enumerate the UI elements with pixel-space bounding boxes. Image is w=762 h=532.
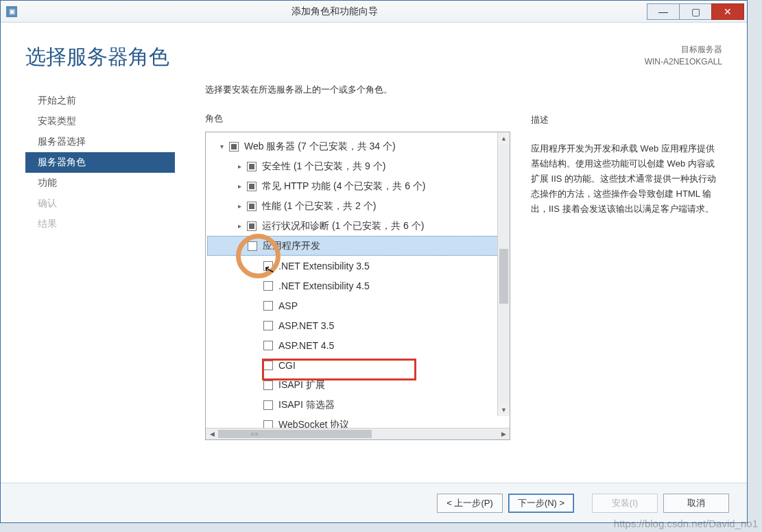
checkbox[interactable] — [263, 281, 273, 291]
tree-label: .NET Extensibility 3.5 — [278, 261, 370, 271]
vertical-scrollbar[interactable]: ▲ ▼ — [497, 132, 510, 416]
maximize-button[interactable]: ▢ — [679, 3, 712, 20]
cancel-button[interactable]: 取消 — [663, 494, 729, 513]
tree-label: ISAPI 筛选器 — [278, 399, 335, 411]
roles-tree: ▾Web 服务器 (7 个已安装，共 34 个)▸安全性 (1 个已安装，共 9… — [206, 132, 510, 428]
expander-spacer — [251, 321, 261, 330]
main: 选择要安装在所选服务器上的一个或多个角色。 角色 ▾Web 服务器 (7 个已安… — [175, 84, 722, 474]
expand-icon[interactable]: ▸ — [235, 162, 244, 171]
hscroll-thumb[interactable]: ≡≡ — [218, 430, 372, 438]
install-button: 安装(I) — [592, 494, 658, 513]
checkbox[interactable] — [263, 261, 273, 271]
window-controls: — ▢ ✕ — [647, 3, 744, 20]
close-button[interactable]: ✕ — [711, 3, 744, 20]
tree-label: ASP.NET 4.5 — [278, 340, 334, 351]
tree-label: .NET Extensibility 4.5 — [278, 280, 370, 291]
tree-label: WebSocket 协议 — [278, 419, 349, 428]
tree-row[interactable]: ISAPI 筛选器 — [207, 395, 508, 415]
checkbox[interactable] — [263, 321, 273, 330]
expand-icon[interactable]: ▸ — [235, 221, 244, 231]
checkbox[interactable] — [247, 182, 257, 191]
tree-row[interactable]: ▸常见 HTTP 功能 (4 个已安装，共 6 个) — [207, 176, 508, 196]
sidebar-item-server-roles[interactable]: 服务器角色 — [25, 152, 175, 173]
sidebar: 开始之前 安装类型 服务器选择 服务器角色 功能 确认 结果 — [25, 84, 175, 474]
tree-row[interactable]: ASP — [207, 295, 508, 315]
tree-row[interactable]: ASP.NET 3.5 — [207, 315, 508, 335]
expander-spacer — [251, 341, 261, 350]
target-name: WIN-A2NE1OKGALL — [645, 56, 722, 68]
tree-label: ISAPI 扩展 — [278, 379, 325, 391]
expand-icon[interactable]: ▸ — [235, 182, 244, 191]
sidebar-item-install-type[interactable]: 安装类型 — [25, 111, 175, 132]
sidebar-item-features[interactable]: 功能 — [25, 173, 175, 193]
description-text: 应用程序开发为开发和承载 Web 应用程序提供基础结构。使用这些功能可以创建 W… — [531, 141, 722, 217]
hscroll-track[interactable]: ≡≡ — [218, 428, 497, 439]
footer: < 上一步(P) 下一步(N) > 安装(I) 取消 — [1, 483, 747, 522]
checkbox[interactable] — [229, 142, 239, 152]
tree-label: 安全性 (1 个已安装，共 9 个) — [262, 160, 385, 173]
scroll-down-button[interactable]: ▼ — [498, 404, 510, 416]
tree-row[interactable]: ▸安全性 (1 个已安装，共 9 个) — [207, 156, 508, 176]
checkbox[interactable] — [248, 241, 257, 251]
tree-label: 运行状况和诊断 (1 个已安装，共 6 个) — [262, 220, 424, 232]
tree-scroll: ▾Web 服务器 (7 个已安装，共 34 个)▸安全性 (1 个已安装，共 9… — [206, 132, 510, 428]
expand-icon[interactable]: ▸ — [235, 202, 244, 211]
checkbox[interactable] — [263, 420, 273, 428]
scroll-right-button[interactable]: ▶ — [497, 428, 510, 439]
tree-row[interactable]: ▾Web 服务器 (7 个已安装，共 34 个) — [207, 136, 508, 156]
watermark: https://blog.csdn.net/David_no1 — [614, 518, 758, 529]
scroll-up-button[interactable]: ▲ — [498, 132, 510, 145]
body: 开始之前 安装类型 服务器选择 服务器角色 功能 确认 结果 选择要安装在所选服… — [1, 84, 747, 474]
collapse-icon[interactable]: ▾ — [217, 142, 226, 152]
description-column: 描述 应用程序开发为开发和承载 Web 应用程序提供基础结构。使用这些功能可以创… — [531, 84, 722, 474]
window-title: 添加角色和功能向导 — [21, 5, 647, 18]
tree-row[interactable]: ISAPI 扩展 — [207, 375, 508, 395]
tree-label: ASP.NET 3.5 — [278, 320, 334, 331]
wizard-window: ▣ 添加角色和功能向导 — ▢ ✕ 选择服务器角色 目标服务器 WIN-A2NE… — [0, 0, 748, 523]
tree-row[interactable]: .NET Extensibility 4.5 — [207, 276, 508, 295]
tree-row[interactable]: .NET Extensibility 3.5 — [207, 256, 508, 276]
previous-button[interactable]: < 上一步(P) — [437, 494, 503, 513]
sidebar-item-server-selection[interactable]: 服务器选择 — [25, 132, 175, 152]
expander-spacer — [251, 261, 261, 271]
tree-label: Web 服务器 (7 个已安装，共 34 个) — [244, 141, 396, 153]
next-button[interactable]: 下一步(N) > — [508, 494, 574, 513]
expander-spacer — [251, 420, 261, 428]
expander-spacer — [251, 281, 261, 291]
header: 选择服务器角色 目标服务器 WIN-A2NE1OKGALL — [1, 23, 747, 84]
checkbox[interactable] — [263, 400, 273, 410]
tree-row[interactable]: ASP.NET 4.5 — [207, 335, 508, 355]
collapse-icon[interactable]: ▾ — [235, 241, 245, 251]
tree-row[interactable]: CGI — [207, 355, 508, 375]
checkbox[interactable] — [247, 221, 257, 231]
tree-row[interactable]: ▸性能 (1 个已安装，共 2 个) — [207, 196, 508, 216]
checkbox[interactable] — [263, 341, 273, 350]
checkbox[interactable] — [263, 301, 273, 311]
expander-spacer — [251, 301, 261, 311]
page-title: 选择服务器角色 — [25, 43, 169, 71]
app-icon: ▣ — [6, 6, 17, 17]
tree-row[interactable]: ▸运行状况和诊断 (1 个已安装，共 6 个) — [207, 216, 508, 236]
checkbox[interactable] — [263, 361, 273, 370]
checkbox[interactable] — [247, 162, 257, 171]
checkbox[interactable] — [247, 202, 257, 211]
scroll-left-button[interactable]: ◀ — [206, 428, 218, 439]
expander-spacer — [251, 400, 261, 410]
horizontal-scrollbar[interactable]: ◀ ≡≡ ▶ — [206, 428, 510, 439]
tree-label: CGI — [278, 360, 296, 371]
sidebar-item-before-begin[interactable]: 开始之前 — [25, 90, 175, 111]
sidebar-item-results: 结果 — [25, 214, 175, 234]
tree-row[interactable]: ▾应用程序开发 — [207, 236, 508, 256]
tree-row[interactable]: WebSocket 协议 — [207, 415, 508, 428]
sidebar-item-confirm: 确认 — [25, 193, 175, 214]
instruction-text: 选择要安装在所选服务器上的一个或多个角色。 — [205, 84, 510, 96]
titlebar: ▣ 添加角色和功能向导 — ▢ ✕ — [1, 1, 747, 23]
minimize-button[interactable]: — — [647, 3, 680, 20]
roles-column: 选择要安装在所选服务器上的一个或多个角色。 角色 ▾Web 服务器 (7 个已安… — [205, 84, 510, 474]
tree-label: ASP — [278, 300, 298, 311]
roles-label: 角色 — [205, 112, 510, 125]
target-info: 目标服务器 WIN-A2NE1OKGALL — [645, 43, 722, 68]
tree-label: 应用程序开发 — [263, 240, 320, 252]
vscroll-thumb[interactable] — [499, 249, 508, 304]
checkbox[interactable] — [263, 380, 273, 390]
